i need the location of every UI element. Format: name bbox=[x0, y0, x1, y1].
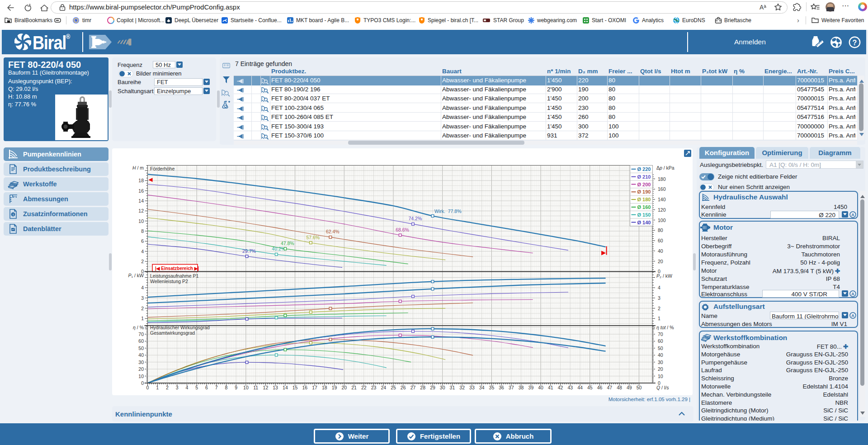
svg-text:28: 28 bbox=[420, 385, 425, 390]
svg-text:26: 26 bbox=[401, 385, 406, 390]
svg-text:33: 33 bbox=[469, 385, 475, 390]
svg-text:16: 16 bbox=[302, 385, 307, 390]
svg-text:27: 27 bbox=[410, 385, 416, 390]
svg-text:Ø 200: Ø 200 bbox=[637, 182, 651, 187]
svg-text:8: 8 bbox=[141, 228, 144, 234]
svg-text:Wirk. 77.8%: Wirk. 77.8% bbox=[434, 208, 462, 214]
svg-text:50: 50 bbox=[138, 346, 144, 351]
svg-text:1: 1 bbox=[141, 316, 144, 321]
svg-text:Ø 210: Ø 210 bbox=[637, 174, 651, 180]
svg-text:0: 0 bbox=[141, 380, 144, 386]
svg-text:43: 43 bbox=[567, 385, 573, 390]
svg-text:4: 4 bbox=[141, 285, 144, 290]
svg-text:80: 80 bbox=[658, 227, 663, 233]
svg-text:42: 42 bbox=[558, 385, 563, 390]
svg-text:0: 0 bbox=[146, 385, 149, 390]
svg-text:41: 41 bbox=[548, 385, 553, 390]
svg-text:45: 45 bbox=[587, 385, 593, 390]
svg-text:η / %: η / % bbox=[133, 325, 144, 330]
svg-text:29: 29 bbox=[430, 385, 435, 390]
svg-text:50: 50 bbox=[658, 346, 663, 351]
svg-text:Leistungsaufnahme P1: Leistungsaufnahme P1 bbox=[150, 273, 199, 279]
svg-text:57.6%: 57.6% bbox=[306, 235, 320, 240]
svg-text:60: 60 bbox=[138, 338, 144, 344]
svg-text:4: 4 bbox=[186, 385, 189, 390]
svg-text:49: 49 bbox=[627, 385, 632, 390]
svg-text:Gesamtwirkungsgrad: Gesamtwirkungsgrad bbox=[150, 330, 195, 336]
svg-text:A: A bbox=[851, 292, 854, 296]
svg-text:A: A bbox=[760, 4, 764, 11]
svg-text:100: 100 bbox=[658, 218, 666, 223]
svg-text:74.2%: 74.2% bbox=[409, 216, 422, 221]
svg-text:46: 46 bbox=[597, 385, 603, 390]
svg-text:Ø 220: Ø 220 bbox=[637, 166, 651, 172]
svg-text:160: 160 bbox=[658, 186, 666, 192]
svg-text:120: 120 bbox=[658, 207, 666, 213]
svg-text:Ø 180: Ø 180 bbox=[637, 197, 651, 202]
svg-text:P₂ / kW: P₂ / kW bbox=[656, 273, 672, 279]
svg-text:6: 6 bbox=[141, 238, 144, 244]
svg-text:180: 180 bbox=[658, 176, 666, 182]
svg-text:140: 140 bbox=[658, 197, 666, 202]
svg-text:10: 10 bbox=[658, 374, 663, 379]
svg-text:60: 60 bbox=[658, 238, 663, 243]
svg-text:3: 3 bbox=[176, 385, 179, 390]
svg-text:13: 13 bbox=[273, 385, 278, 390]
svg-text:18: 18 bbox=[138, 178, 144, 183]
svg-text:38: 38 bbox=[519, 385, 524, 390]
svg-text:Hydraulischer Wirkungsgrad: Hydraulischer Wirkungsgrad bbox=[150, 325, 210, 330]
svg-text:2: 2 bbox=[141, 306, 144, 311]
svg-text:14: 14 bbox=[138, 198, 144, 204]
svg-text:8: 8 bbox=[225, 385, 227, 390]
svg-text:4: 4 bbox=[658, 285, 660, 290]
svg-text:10: 10 bbox=[138, 374, 144, 379]
svg-text:20: 20 bbox=[658, 366, 663, 372]
svg-text:70: 70 bbox=[658, 331, 663, 337]
svg-text:3: 3 bbox=[658, 295, 660, 301]
svg-text:P₁ / kW: P₁ / kW bbox=[128, 273, 144, 278]
svg-text:19: 19 bbox=[332, 385, 337, 390]
svg-text:40: 40 bbox=[658, 248, 663, 254]
svg-text:Ø 150: Ø 150 bbox=[637, 212, 651, 218]
svg-text:31: 31 bbox=[450, 385, 455, 390]
svg-text:Ø 160: Ø 160 bbox=[637, 204, 651, 210]
svg-text:?: ? bbox=[853, 39, 857, 47]
svg-text:1: 1 bbox=[658, 316, 660, 321]
svg-text:25: 25 bbox=[391, 385, 396, 390]
svg-text:40: 40 bbox=[138, 352, 144, 358]
svg-text:16: 16 bbox=[138, 188, 144, 194]
svg-text:44: 44 bbox=[577, 385, 583, 390]
svg-text:12: 12 bbox=[138, 208, 144, 213]
svg-text:2: 2 bbox=[141, 259, 144, 264]
svg-text:20: 20 bbox=[138, 366, 144, 372]
svg-text:5: 5 bbox=[195, 385, 198, 390]
svg-text:7: 7 bbox=[215, 385, 218, 390]
svg-text:30: 30 bbox=[138, 360, 144, 365]
svg-text:47.8%: 47.8% bbox=[281, 241, 294, 246]
svg-text:Q / l/s: Q / l/s bbox=[656, 385, 669, 390]
svg-text:62.4%: 62.4% bbox=[326, 229, 340, 234]
svg-text:Δp / kPa: Δp / kPa bbox=[656, 165, 675, 170]
svg-text:H / m: H / m bbox=[132, 165, 144, 170]
svg-text:40.2%: 40.2% bbox=[272, 246, 285, 251]
svg-text:1: 1 bbox=[156, 385, 159, 390]
svg-text:20: 20 bbox=[341, 385, 347, 390]
svg-text:30: 30 bbox=[658, 360, 663, 365]
svg-text:18: 18 bbox=[322, 385, 327, 390]
svg-text:η tot / %: η tot / % bbox=[656, 325, 674, 330]
svg-text:3: 3 bbox=[141, 295, 144, 301]
svg-text:12: 12 bbox=[263, 385, 269, 390]
svg-text:20: 20 bbox=[658, 259, 663, 264]
svg-text:Ø 190: Ø 190 bbox=[637, 189, 651, 194]
svg-text:30: 30 bbox=[440, 385, 445, 390]
svg-text:39: 39 bbox=[528, 385, 534, 390]
svg-text:i: i bbox=[13, 213, 14, 217]
svg-text:Ø 140: Ø 140 bbox=[637, 220, 651, 225]
svg-text:34: 34 bbox=[479, 385, 485, 390]
svg-text:40: 40 bbox=[658, 352, 663, 358]
svg-text:48: 48 bbox=[617, 385, 622, 390]
svg-text:9: 9 bbox=[235, 385, 237, 390]
svg-text:21: 21 bbox=[351, 385, 357, 390]
svg-text:70: 70 bbox=[138, 331, 144, 337]
svg-text:40: 40 bbox=[538, 385, 543, 390]
